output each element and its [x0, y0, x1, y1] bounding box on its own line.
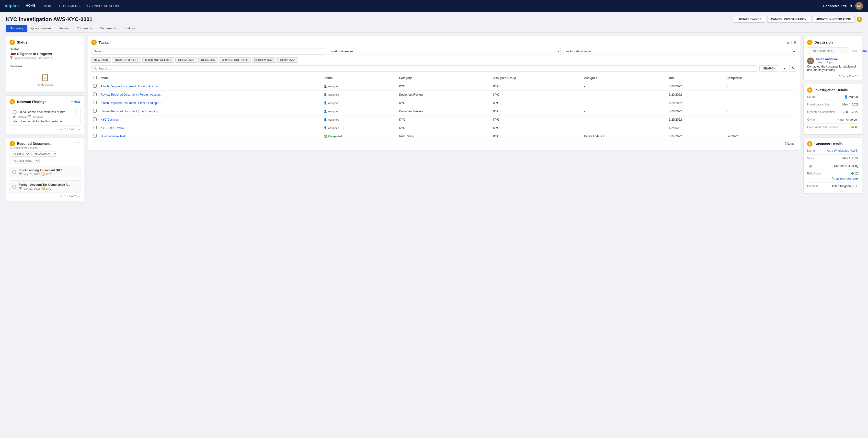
tab-findings[interactable]: Findings	[120, 25, 140, 32]
cancel-investigation-button[interactable]: CANCEL INVESTIGATION	[767, 16, 810, 23]
tasks-category-filter[interactable]: --- All categories ---	[563, 48, 796, 55]
risk-score-question-icon: ?	[837, 126, 838, 129]
task-name-link-1[interactable]: Review Required Document | Foreign Accou…	[100, 93, 162, 96]
customer-name-link[interactable]: Abra Wholesales (AWS)	[827, 149, 859, 152]
table-row: Attach Required Document | Foreign Accou…	[91, 82, 796, 91]
row-checkbox-3	[91, 107, 99, 116]
tasks-top-row: 3 Tasks |	[91, 40, 796, 45]
row-cb-0[interactable]	[93, 84, 97, 88]
finding-menu-icon[interactable]: ⋮	[73, 110, 77, 114]
status-check-icon-6: ✅	[324, 134, 327, 138]
tab-history[interactable]: History	[55, 25, 73, 32]
header-buttons: UPDATE OWNER CANCEL INVESTIGATION UPDATE…	[734, 16, 862, 23]
tab-summary[interactable]: Summary	[6, 25, 27, 32]
required-docs-card: 7 Required Documents ⋮ 2/2 documents pen…	[6, 137, 84, 201]
docs-next-btn[interactable]: »	[79, 195, 81, 198]
docs-group-filter[interactable]: All Group Assig...	[9, 158, 40, 163]
claim-task-button[interactable]: CLAIM TASK	[176, 57, 197, 63]
new-task-button[interactable]: NEW TASK	[91, 57, 111, 63]
tasks-top-search-input[interactable]	[91, 48, 325, 55]
comment-input[interactable]	[807, 48, 849, 54]
task-name-link-3[interactable]: Review Required Document | Stock Lending…	[100, 110, 161, 113]
detail-investigation-start: Investigation Start May 4, 2022	[807, 103, 859, 106]
row-status-6: ✅Completed	[322, 132, 397, 140]
grid-view-icon[interactable]	[794, 40, 796, 44]
no-decision: 📋 No decisions	[9, 69, 81, 89]
tasks-filters: --- All statuses --- --- All categories …	[91, 48, 796, 55]
nav-kyc-investigations[interactable]: KYC INVESTIGATIONS	[86, 4, 120, 8]
task-name-link-5[interactable]: KYC Peer Review	[100, 126, 124, 130]
reassign-button[interactable]: REASSIGN	[198, 57, 218, 63]
mark-not-needed-button[interactable]: MARK NOT NEEDED	[143, 57, 174, 63]
refresh-button[interactable]: ↻	[789, 65, 796, 72]
task-name-link-6[interactable]: Questionnaire Task	[100, 134, 126, 138]
task-name-link-4[interactable]: KYC Decision	[100, 118, 119, 121]
discussion-prev-btn[interactable]: «	[838, 74, 840, 77]
search-button[interactable]: SEARCH	[760, 65, 779, 72]
new-finding-button[interactable]: + NEW	[71, 100, 81, 103]
risk-dot-yellow	[851, 126, 854, 128]
tasks-status-filter[interactable]: --- All statuses ---	[327, 48, 560, 55]
tab-questionnaire[interactable]: Questionnaire	[27, 25, 55, 32]
update-owner-button[interactable]: UPDATE OWNER	[734, 16, 765, 23]
connected-kyc-label[interactable]: Connected KYC	[823, 4, 847, 8]
nav-tasks[interactable]: TASKS	[42, 4, 53, 8]
row-name-6: Questionnaire Task	[99, 132, 322, 140]
row-cb-4[interactable]	[93, 118, 97, 121]
status-assigned-2: 👤Assigned	[324, 101, 395, 104]
row-cb-1[interactable]	[93, 93, 97, 96]
row-cb-5[interactable]	[93, 126, 97, 129]
update-risk-score-link[interactable]: ✏️ Update Risk Score	[807, 177, 859, 180]
req-docs-menu-icon[interactable]: ⋮	[76, 142, 81, 146]
calendar-icon-small: 📅	[28, 115, 31, 118]
post-button[interactable]: POST	[860, 49, 868, 53]
list-view-icon[interactable]	[786, 40, 790, 44]
row-cb-2[interactable]	[93, 101, 97, 104]
row-checkbox-5	[91, 124, 99, 132]
doc-menu-icon-1[interactable]: ⋮	[74, 184, 78, 189]
discussion-card: 4 Discussion 0/4000 POST KA Karen Anders…	[803, 36, 862, 81]
filter-icon-button[interactable]: ▾	[781, 65, 787, 72]
tasks-table-body: Attach Required Document | Foreign Accou…	[91, 82, 796, 140]
row-cb-6[interactable]	[93, 134, 97, 137]
user-avatar[interactable]: KA	[855, 2, 863, 10]
doc-menu-icon-0[interactable]: ⋮	[74, 170, 78, 175]
doc-info-0: Stock Lending Agreement QR 1 📅 May 20, 2…	[19, 168, 71, 176]
detail-expected-completion: Expected Completion Jun 3, 2022	[807, 111, 859, 114]
customer-risk-score-row: Risk Score 20	[807, 172, 859, 175]
status-assigned-5: 👤Assigned	[324, 126, 395, 129]
col-assigned-group: Assigned Group	[491, 74, 582, 82]
change-due-date-button[interactable]: CHANGE DUE DATE	[219, 57, 250, 63]
docs-assignees-filter[interactable]: All Assignees	[31, 151, 57, 157]
completed-sort-icon[interactable]: ↑	[743, 77, 744, 80]
findings-prev-btn[interactable]: «	[60, 128, 62, 131]
discussion-next-btn[interactable]: »	[857, 74, 859, 77]
tab-comments[interactable]: Comments	[73, 25, 96, 32]
nav-customers[interactable]: CUSTOMERS	[59, 4, 80, 8]
nav-dropdown-icon[interactable]: ▼	[850, 4, 853, 8]
findings-next-btn[interactable]: »	[79, 128, 81, 131]
status-user-icon-1: 👤	[324, 93, 327, 96]
finding-item: OFAC came back with lots of hits ⋮ 🔊 Man…	[9, 107, 81, 126]
status-card: 2 Status Overall Due Diligence In Progre…	[6, 36, 84, 93]
inner-search-input[interactable]	[91, 65, 757, 72]
task-name-link-0[interactable]: Attach Required Document | Foreign Accou…	[100, 85, 162, 88]
row-checkbox-2	[91, 99, 99, 107]
customer-type-row: Type Corporate Banking	[807, 164, 859, 167]
findings-badge: 5	[9, 99, 15, 104]
docs-prev-btn[interactable]: «	[60, 195, 62, 198]
row-cb-3[interactable]	[93, 109, 97, 113]
select-all-checkbox[interactable]	[93, 76, 97, 79]
reopen-task-button[interactable]: REOPEN TASK	[252, 57, 276, 63]
investigation-details-badge: 6	[807, 87, 812, 93]
docs-status-filter[interactable]: All status	[9, 151, 30, 157]
nav-home[interactable]: HOME	[26, 4, 35, 8]
send-task-button[interactable]: SEND TASK	[277, 57, 298, 63]
view-divider: |	[791, 41, 792, 44]
mark-complete-button[interactable]: MARK COMPLETE	[112, 57, 141, 63]
update-investigation-button[interactable]: UPDATE INVESTIGATION	[812, 16, 855, 23]
tab-documents[interactable]: Documents	[96, 25, 120, 32]
task-name-link-2[interactable]: Attach Required Document | Stock Lending…	[100, 101, 162, 105]
doc-tag-icon-0: 🔁	[41, 173, 45, 176]
comment-author-0[interactable]: Karen Anderson	[816, 58, 839, 61]
